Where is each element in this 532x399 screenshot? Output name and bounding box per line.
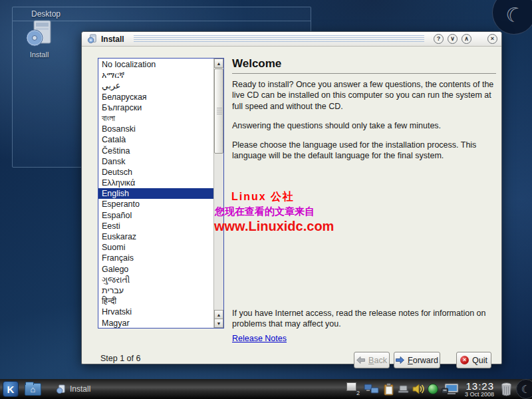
help-button[interactable]: ? bbox=[434, 34, 444, 44]
watermark-line1: Linux 公社 bbox=[231, 190, 295, 204]
language-option[interactable]: No localization bbox=[98, 59, 213, 70]
home-folder-icon[interactable]: ⌂ bbox=[25, 383, 41, 396]
clipboard-icon[interactable] bbox=[383, 383, 394, 396]
back-button-label: Back bbox=[368, 356, 387, 365]
window-body: No localizationአማርኛعربيБеларускаяБългарс… bbox=[82, 47, 501, 364]
language-option[interactable]: Français bbox=[98, 253, 213, 263]
language-option[interactable]: Suomi bbox=[98, 242, 213, 253]
quit-icon: × bbox=[460, 356, 469, 364]
display-settings-icon[interactable] bbox=[442, 383, 459, 396]
shade-button[interactable]: ∨ bbox=[448, 34, 458, 44]
close-button[interactable]: × bbox=[487, 34, 497, 44]
language-option[interactable]: Eesti bbox=[98, 221, 213, 231]
pager-preview bbox=[346, 382, 356, 391]
language-option[interactable]: Esperanto bbox=[98, 199, 213, 209]
language-option[interactable]: Hrvatski bbox=[98, 307, 213, 317]
titlebar-decoration bbox=[134, 35, 424, 43]
clock-date: 3 Oct 2008 bbox=[465, 392, 494, 398]
language-option[interactable]: Dansk bbox=[98, 156, 213, 167]
scroll-down-button[interactable]: ▼ bbox=[214, 319, 223, 328]
scroll-up-button-2[interactable]: ▲ bbox=[214, 310, 223, 319]
language-option[interactable]: Español bbox=[98, 210, 213, 221]
network-manager-globe-icon[interactable] bbox=[428, 384, 438, 394]
task-label: Install bbox=[70, 384, 90, 394]
forward-button-label: Forward bbox=[408, 356, 438, 365]
watermark-line3: www.Linuxidc.com bbox=[214, 219, 334, 234]
back-arrow-icon bbox=[356, 356, 365, 364]
language-option[interactable]: Deutsch bbox=[98, 167, 213, 178]
plasma-toolbox-cashew[interactable]: ☾ bbox=[492, 0, 532, 35]
forward-button[interactable]: Forward bbox=[394, 352, 440, 368]
back-button[interactable]: Back bbox=[354, 352, 390, 368]
kmenu-button[interactable]: K bbox=[3, 381, 19, 397]
language-option[interactable]: Magyar bbox=[98, 318, 213, 329]
desktop-screen: Desktop Install ☾ Install ? ∨ bbox=[0, 0, 532, 399]
language-option[interactable]: Bosanski bbox=[98, 124, 213, 134]
pager-number: 2 bbox=[356, 390, 360, 396]
desktop-pager-icon[interactable]: 2 bbox=[346, 382, 360, 396]
taskbar: K ⌂ Install 2 bbox=[0, 379, 532, 399]
trash-icon[interactable] bbox=[500, 382, 513, 397]
language-list: No localizationአማርኛعربيБеларускаяБългарс… bbox=[98, 59, 213, 328]
language-option[interactable]: Euskaraz bbox=[98, 231, 213, 242]
window-titlebar[interactable]: Install ? ∨ ∧ × bbox=[82, 32, 501, 47]
scrollbar-grip bbox=[217, 108, 222, 116]
scrollbar-thumb[interactable] bbox=[214, 68, 223, 154]
language-option[interactable]: বাংলা bbox=[98, 113, 213, 124]
language-list-scrollbar[interactable]: ▲ ▲ ▼ bbox=[213, 59, 223, 328]
language-paragraph: Please choose the language used for the … bbox=[232, 140, 496, 162]
language-option[interactable]: Galego bbox=[98, 264, 213, 275]
taskbar-task-install[interactable]: Install bbox=[51, 383, 96, 396]
language-option[interactable]: हिन्दी bbox=[98, 296, 213, 307]
release-notes-block: If you have Internet access, read the re… bbox=[232, 308, 496, 344]
window-title: Install bbox=[101, 35, 124, 44]
language-option[interactable]: Català bbox=[98, 134, 213, 145]
panel-toolbox-cashew[interactable]: ☾ bbox=[516, 379, 532, 399]
release-notes-link[interactable]: Release Notes bbox=[232, 334, 287, 343]
quit-button[interactable]: × Quit bbox=[456, 352, 491, 368]
welcome-panel: Welcome Ready to install? Once you answe… bbox=[232, 57, 496, 170]
language-option[interactable]: Български bbox=[98, 102, 213, 113]
install-window: Install ? ∨ ∧ × No localizationአማርኛعربيБ… bbox=[81, 31, 502, 364]
system-tray: 2 bbox=[346, 379, 531, 399]
heading-separator bbox=[232, 73, 496, 74]
cashew-icon: ☾ bbox=[503, 3, 526, 28]
scroll-up-button[interactable]: ▲ bbox=[214, 59, 223, 68]
window-app-icon bbox=[87, 34, 97, 44]
language-option[interactable]: English bbox=[98, 188, 213, 199]
watermark-line2: 您现在查看的文章来自 bbox=[215, 205, 315, 218]
language-option[interactable]: Ελληνικά bbox=[98, 178, 213, 188]
quit-button-label: Quit bbox=[472, 356, 487, 365]
intro-paragraph: Ready to install? Once you answer a few … bbox=[232, 79, 496, 112]
network-devices-icon[interactable] bbox=[364, 383, 380, 395]
language-option[interactable]: አማርኛ bbox=[98, 70, 213, 80]
language-option[interactable]: עברית bbox=[98, 285, 213, 296]
language-option[interactable]: ગુજરાતી bbox=[98, 275, 213, 285]
step-indicator: Step 1 of 6 bbox=[100, 354, 140, 363]
language-option[interactable]: عربي bbox=[98, 80, 213, 91]
desktop-folder-title: Desktop bbox=[13, 7, 311, 21]
laptop-icon[interactable] bbox=[398, 385, 409, 394]
clock-time: 13:23 bbox=[465, 381, 494, 391]
language-option[interactable]: Беларуская bbox=[98, 92, 213, 102]
page-title: Welcome bbox=[232, 57, 496, 70]
volume-icon[interactable] bbox=[412, 384, 424, 394]
taskbar-clock[interactable]: 13:23 3 Oct 2008 bbox=[465, 381, 494, 398]
language-listbox[interactable]: No localizationአማርኛعربيБеларускаяБългарс… bbox=[98, 58, 224, 329]
forward-arrow-icon bbox=[396, 356, 404, 364]
maximize-button[interactable]: ∧ bbox=[462, 34, 471, 44]
language-option[interactable]: Čeština bbox=[98, 146, 213, 156]
task-install-icon bbox=[56, 384, 66, 394]
duration-paragraph: Answering the questions should only take… bbox=[232, 120, 496, 131]
release-notes-text: If you have Internet access, read the re… bbox=[232, 308, 496, 330]
